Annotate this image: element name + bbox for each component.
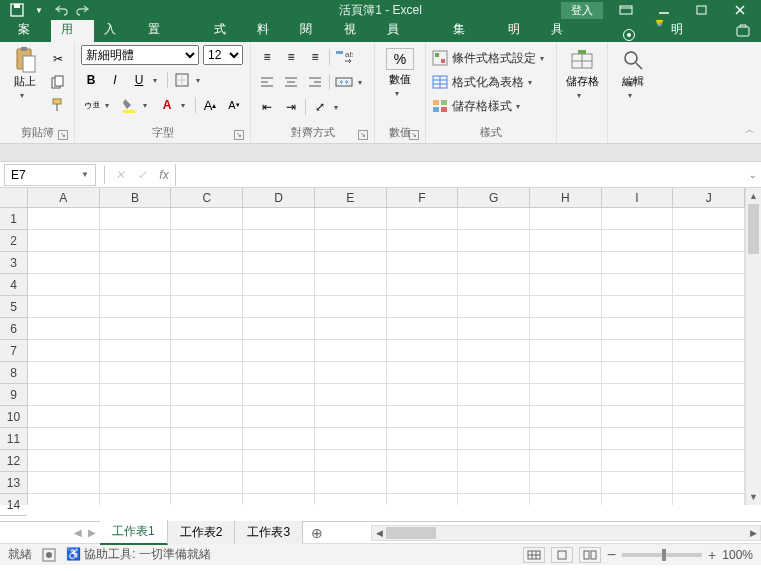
cell[interactable] (28, 274, 100, 296)
cell[interactable] (315, 450, 387, 472)
cell[interactable] (100, 384, 172, 406)
zoom-slider[interactable] (622, 553, 702, 557)
cell[interactable] (243, 472, 315, 494)
cell[interactable] (602, 384, 674, 406)
row-header[interactable]: 8 (0, 362, 27, 384)
hscroll-thumb[interactable] (386, 527, 436, 539)
cell[interactable] (387, 472, 459, 494)
ruby-button[interactable]: ゥ亜 (81, 95, 101, 115)
cell[interactable] (673, 494, 745, 505)
cell[interactable] (243, 318, 315, 340)
align-top-button[interactable]: ≡ (257, 47, 277, 67)
scroll-right-icon[interactable]: ▶ (746, 526, 760, 540)
cell[interactable] (673, 252, 745, 274)
cell[interactable] (28, 252, 100, 274)
cell[interactable] (171, 340, 243, 362)
cell[interactable] (100, 274, 172, 296)
cell[interactable] (171, 384, 243, 406)
cell[interactable] (530, 208, 602, 230)
cell[interactable] (171, 208, 243, 230)
cell[interactable] (100, 230, 172, 252)
cell[interactable] (458, 318, 530, 340)
paste-dropdown-icon[interactable]: ▾ (20, 91, 30, 100)
undo-icon[interactable] (54, 3, 68, 17)
cell[interactable] (458, 472, 530, 494)
worksheet-grid[interactable]: ABCDEFGHIJ 1234567891011121314 ▲ ▼ (0, 188, 761, 521)
column-header[interactable]: F (387, 188, 459, 207)
cell[interactable] (28, 406, 100, 428)
align-center-button[interactable] (281, 72, 301, 92)
cell[interactable] (28, 340, 100, 362)
cell[interactable] (387, 428, 459, 450)
wrap-text-button[interactable]: ab (334, 47, 354, 67)
vertical-scrollbar[interactable]: ▲ ▼ (745, 188, 761, 505)
cell[interactable] (602, 340, 674, 362)
cell[interactable] (387, 384, 459, 406)
orientation-button[interactable]: ⤢ (310, 97, 330, 117)
redo-icon[interactable] (76, 3, 90, 17)
cell[interactable] (315, 384, 387, 406)
fx-button[interactable]: fx (153, 164, 175, 186)
macro-record-icon[interactable] (42, 548, 56, 562)
new-sheet-button[interactable]: ⊕ (303, 525, 331, 541)
scroll-left-icon[interactable]: ◀ (372, 526, 386, 540)
minimize-icon[interactable] (649, 1, 679, 19)
border-button[interactable] (172, 70, 192, 90)
cell[interactable] (100, 208, 172, 230)
cell[interactable] (28, 296, 100, 318)
cell-styles-button[interactable]: 儲存格樣式▾ (432, 96, 550, 116)
ribbon-display-icon[interactable] (611, 1, 641, 19)
cell[interactable] (530, 384, 602, 406)
cell[interactable] (530, 318, 602, 340)
formula-input[interactable] (175, 164, 745, 186)
cell[interactable] (458, 208, 530, 230)
cell[interactable] (458, 450, 530, 472)
cell[interactable] (530, 340, 602, 362)
cell[interactable] (602, 406, 674, 428)
horizontal-scrollbar[interactable]: ◀ ▶ (371, 525, 761, 541)
row-header[interactable]: 7 (0, 340, 27, 362)
cell[interactable] (243, 274, 315, 296)
cell[interactable] (673, 296, 745, 318)
row-header[interactable]: 14 (0, 494, 27, 516)
zoom-out-button[interactable]: − (607, 546, 616, 564)
cell[interactable] (387, 362, 459, 384)
row-header[interactable]: 10 (0, 406, 27, 428)
zoom-slider-handle[interactable] (662, 549, 666, 561)
scroll-up-icon[interactable]: ▲ (746, 188, 761, 204)
cell[interactable] (28, 230, 100, 252)
cell[interactable] (28, 450, 100, 472)
cell[interactable] (458, 230, 530, 252)
cell[interactable] (315, 340, 387, 362)
cell[interactable] (602, 208, 674, 230)
row-header[interactable]: 13 (0, 472, 27, 494)
column-header[interactable]: C (171, 188, 243, 207)
cell[interactable] (171, 428, 243, 450)
cell[interactable] (387, 208, 459, 230)
cell[interactable] (458, 274, 530, 296)
cell[interactable] (458, 428, 530, 450)
cell[interactable] (602, 296, 674, 318)
cell[interactable] (530, 230, 602, 252)
zoom-level[interactable]: 100% (722, 548, 753, 562)
cell[interactable] (100, 296, 172, 318)
border-dd[interactable]: ▾ (196, 76, 206, 85)
align-bottom-button[interactable]: ≡ (305, 47, 325, 67)
cell[interactable] (243, 230, 315, 252)
cell[interactable] (530, 252, 602, 274)
save-icon[interactable] (10, 3, 24, 17)
cell[interactable] (100, 406, 172, 428)
normal-view-button[interactable] (523, 547, 545, 563)
cell[interactable] (171, 362, 243, 384)
conditional-formatting-button[interactable]: 條件式格式設定▾ (432, 48, 550, 68)
help-icon[interactable] (614, 28, 644, 42)
cell[interactable] (387, 450, 459, 472)
column-header[interactable]: I (602, 188, 674, 207)
cell[interactable] (315, 428, 387, 450)
cell[interactable] (673, 428, 745, 450)
cell[interactable] (28, 208, 100, 230)
cell[interactable] (673, 208, 745, 230)
cell[interactable] (530, 472, 602, 494)
select-all-button[interactable] (0, 188, 28, 208)
merge-button[interactable] (334, 72, 354, 92)
